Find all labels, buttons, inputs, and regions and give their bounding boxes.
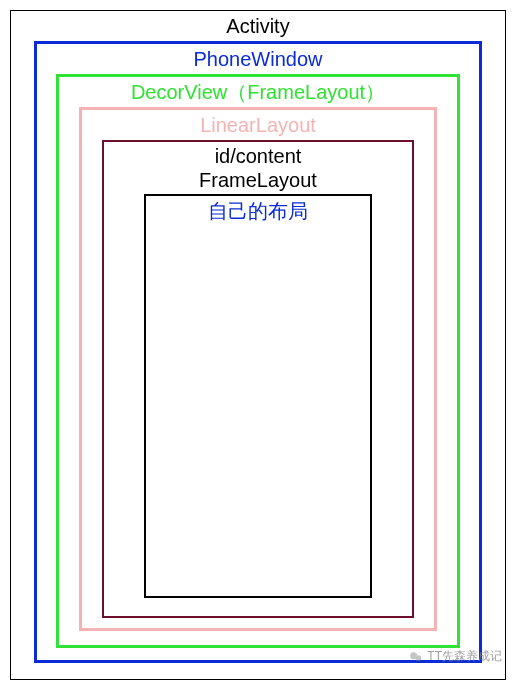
- idcontent-label-line1: id/content: [215, 145, 302, 167]
- idcontent-label-line2: FrameLayout: [199, 169, 317, 191]
- phonewindow-layer: PhoneWindow DecorView（FrameLayout） Linea…: [34, 41, 482, 663]
- decorview-layer: DecorView（FrameLayout） LinearLayout id/c…: [56, 74, 460, 648]
- watermark: TT先森养成记: [409, 648, 502, 665]
- idcontent-label: id/content FrameLayout: [199, 142, 317, 194]
- ownlayout-label: 自己的布局: [208, 196, 308, 226]
- watermark-text: TT先森养成记: [427, 648, 502, 665]
- linearlayout-layer: LinearLayout id/content FrameLayout 自己的布…: [79, 107, 437, 631]
- linearlayout-label: LinearLayout: [200, 110, 316, 140]
- idcontent-layer: id/content FrameLayout 自己的布局: [102, 140, 414, 618]
- phonewindow-label: PhoneWindow: [194, 44, 323, 74]
- decorview-label: DecorView（FrameLayout）: [131, 77, 385, 107]
- wechat-icon: [409, 650, 423, 664]
- svg-point-1: [416, 655, 422, 661]
- ownlayout-layer: 自己的布局: [144, 194, 372, 598]
- activity-label: Activity: [226, 11, 289, 41]
- activity-layer: Activity PhoneWindow DecorView（FrameLayo…: [10, 10, 506, 680]
